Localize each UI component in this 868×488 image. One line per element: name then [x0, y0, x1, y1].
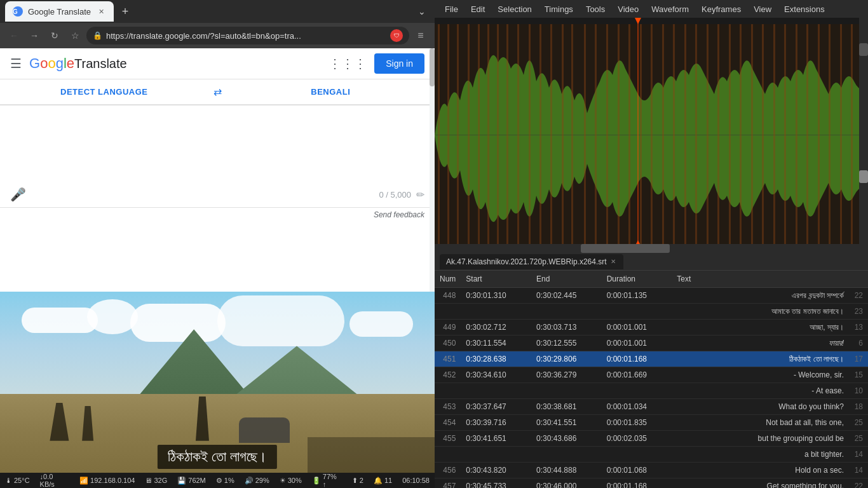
- battery-icon: 🔋: [312, 477, 321, 485]
- cell-num: 450: [435, 336, 461, 351]
- address-bar[interactable]: 🔒 https://translate.google.com/?sl=auto&…: [86, 27, 409, 44]
- cell-duration: 0:00:01.001: [602, 336, 672, 351]
- menu-video[interactable]: Video: [613, 3, 644, 15]
- edit-icon[interactable]: ✏: [416, 189, 424, 201]
- cell-text: Not bad at all, this one,: [672, 415, 849, 431]
- google-translate-logo: Google Translate: [29, 55, 127, 72]
- menu-tools[interactable]: Tools: [581, 3, 610, 15]
- source-text-input[interactable]: [10, 116, 424, 179]
- svg-rect-49: [859, 170, 868, 183]
- table-row[interactable]: - At ease. 10: [435, 383, 868, 399]
- detect-language-button[interactable]: DETECT LANGUAGE: [0, 79, 208, 104]
- scroll-thumb[interactable]: [430, 48, 435, 86]
- menu-file[interactable]: File: [440, 3, 463, 15]
- cell-start: [461, 447, 531, 463]
- browser-menu-button[interactable]: ≡: [412, 27, 430, 44]
- feedback-link[interactable]: Send feedback: [10, 210, 424, 219]
- temp-value: 25°C: [14, 477, 30, 484]
- menu-timings[interactable]: Timings: [539, 3, 578, 15]
- cell-char: 18: [849, 399, 868, 415]
- svg-rect-21: [618, 24, 620, 250]
- table-row[interactable]: 450 0:30:11.554 0:30:12.555 0:00:01.001 …: [435, 336, 868, 351]
- back-button[interactable]: ←: [5, 27, 23, 44]
- bookmark-button[interactable]: ☆: [66, 27, 84, 44]
- brightness-value: 30%: [288, 477, 302, 484]
- svg-rect-22: [628, 24, 630, 250]
- menu-extensions[interactable]: Extensions: [779, 3, 830, 15]
- cell-end: 0:30:03.713: [531, 320, 602, 336]
- subtitle-file-tab[interactable]: Ak.47.Kalashnikov.2021.720p.WEBRip.x264.…: [440, 254, 623, 269]
- wifi-indicator: 📶 192.168.0.104: [79, 477, 135, 485]
- cell-start: 0:30:01.310: [461, 288, 531, 304]
- cell-start: [461, 304, 531, 320]
- menu-selection[interactable]: Selection: [492, 3, 536, 15]
- menu-view[interactable]: View: [749, 3, 776, 15]
- cell-end: 0:30:46.000: [531, 478, 602, 489]
- svg-rect-12: [517, 24, 519, 250]
- forward-button[interactable]: →: [25, 27, 43, 44]
- cell-start: 0:30:37.647: [461, 399, 531, 415]
- cell-start: 0:30:28.638: [461, 351, 531, 367]
- cell-duration: 0:00:01.168: [602, 351, 672, 367]
- process-icon: ⬆: [352, 477, 358, 485]
- cell-num: 453: [435, 399, 461, 415]
- cell-text: Get something for you.: [672, 478, 849, 489]
- apps-icon[interactable]: ⋮⋮⋮: [329, 56, 367, 71]
- signin-button[interactable]: Sign in: [374, 53, 424, 74]
- new-tab-button[interactable]: +: [116, 3, 134, 20]
- table-row[interactable]: আমাকে তার মতামত জানাবে। 23: [435, 304, 868, 320]
- logo-o2: o: [48, 55, 55, 72]
- shield-icon: 🛡: [390, 29, 403, 42]
- table-row[interactable]: 452 0:30:34.610 0:30:36.279 0:00:01.669 …: [435, 367, 868, 383]
- storage-value: 762M: [188, 477, 206, 484]
- svg-rect-38: [806, 24, 808, 250]
- ram-indicator: 🖥 32G: [145, 477, 167, 484]
- table-row[interactable]: 454 0:30:39.716 0:30:41.551 0:00:01.835 …: [435, 415, 868, 431]
- refresh-button[interactable]: ↻: [46, 27, 64, 44]
- menu-edit[interactable]: Edit: [466, 3, 490, 15]
- google-translate-page: ☰ Google Translate ⋮⋮⋮ Sign in DETECT LA…: [0, 48, 435, 292]
- col-num-header: Num: [435, 271, 461, 288]
- svg-rect-13: [529, 24, 531, 250]
- cell-end: 0:30:41.551: [531, 415, 602, 431]
- table-row[interactable]: 456 0:30:43.820 0:30:44.888 0:00:01.068 …: [435, 463, 868, 478]
- table-row[interactable]: 448 0:30:01.310 0:30:02.445 0:00:01.135 …: [435, 288, 868, 304]
- cell-text: এরপর বন্দুকটা সম্পর্কে: [672, 288, 849, 304]
- cell-duration: 0:00:01.135: [602, 288, 672, 304]
- logo-text: Translate: [74, 57, 127, 71]
- table-row[interactable]: 451 0:30:28.638 0:30:29.806 0:00:01.168 …: [435, 351, 868, 367]
- subtitle-table[interactable]: Num Start End Duration Text 448 0:30:01.…: [435, 271, 868, 488]
- active-tab[interactable]: G Google Translate ✕: [5, 1, 114, 22]
- cell-start: 0:30:45.733: [461, 478, 531, 489]
- table-row[interactable]: a bit tighter. 14: [435, 447, 868, 463]
- menu-keyframes[interactable]: Keyframes: [696, 3, 746, 15]
- svg-rect-11: [506, 24, 508, 250]
- logo-g2: g: [56, 55, 64, 72]
- cell-char: 25: [849, 431, 868, 447]
- table-row[interactable]: 455 0:30:41.651 0:30:43.686 0:00:02.035 …: [435, 431, 868, 447]
- hamburger-menu-icon[interactable]: ☰: [10, 56, 22, 71]
- cell-text: but the grouping could be: [672, 431, 849, 447]
- svg-rect-31: [729, 24, 731, 250]
- table-row[interactable]: 457 0:30:45.733 0:30:46.000 0:00:01.168 …: [435, 478, 868, 489]
- col-end-header: End: [531, 271, 602, 288]
- tab-menu-button[interactable]: ⌄: [414, 4, 430, 19]
- svg-rect-14: [539, 24, 541, 250]
- microphone-icon[interactable]: 🎤: [10, 187, 26, 202]
- scroll-track[interactable]: [430, 48, 435, 292]
- menu-waveform[interactable]: Waveform: [646, 3, 694, 15]
- table-row[interactable]: 453 0:30:37.647 0:30:38.681 0:00:01.034 …: [435, 399, 868, 415]
- swap-languages-button[interactable]: ⇄: [208, 86, 227, 98]
- cpu-value: 1%: [224, 477, 234, 484]
- svg-rect-37: [796, 24, 797, 250]
- table-row[interactable]: 449 0:30:02.712 0:30:03.713 0:00:01.001 …: [435, 320, 868, 336]
- ram-value: 32G: [154, 477, 167, 484]
- cell-num: 449: [435, 320, 461, 336]
- tab-close-button[interactable]: ✕: [96, 6, 106, 17]
- cell-start: 0:30:02.712: [461, 320, 531, 336]
- tab-close-icon[interactable]: ✕: [611, 258, 616, 265]
- cell-char: 6: [849, 336, 868, 351]
- svg-rect-29: [707, 24, 709, 250]
- target-language-button[interactable]: BENGALI: [227, 79, 435, 104]
- cell-end: 0:30:29.806: [531, 351, 602, 367]
